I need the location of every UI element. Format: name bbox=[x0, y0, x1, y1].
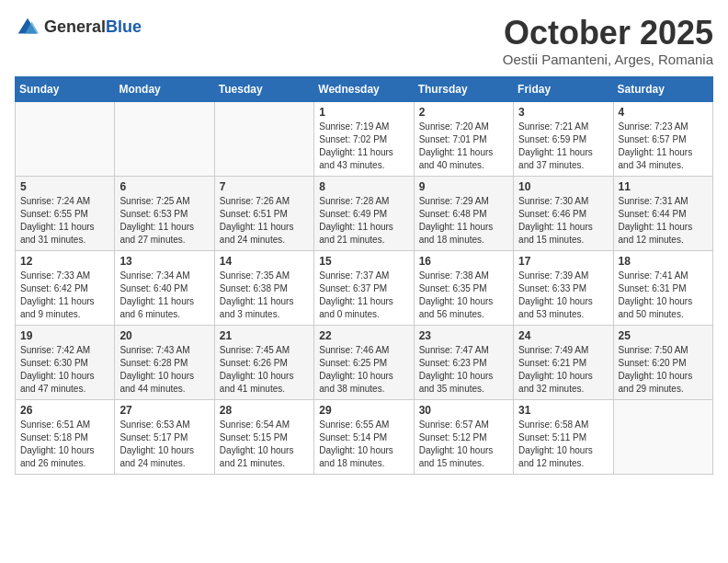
day-info: Sunrise: 7:29 AM Sunset: 6:48 PM Dayligh… bbox=[419, 195, 508, 247]
calendar-cell: 17Sunrise: 7:39 AM Sunset: 6:33 PM Dayli… bbox=[514, 250, 613, 325]
calendar-week-3: 12Sunrise: 7:33 AM Sunset: 6:42 PM Dayli… bbox=[16, 250, 713, 325]
header-friday: Friday bbox=[514, 76, 613, 101]
month-title: October 2025 bbox=[503, 15, 713, 52]
header-wednesday: Wednesday bbox=[314, 76, 414, 101]
day-info: Sunrise: 7:21 AM Sunset: 6:59 PM Dayligh… bbox=[518, 121, 608, 172]
day-info: Sunrise: 7:19 AM Sunset: 7:02 PM Dayligh… bbox=[319, 121, 408, 172]
day-number: 4 bbox=[619, 106, 708, 119]
day-number: 22 bbox=[319, 329, 408, 342]
day-number: 9 bbox=[419, 180, 508, 193]
calendar-cell: 12Sunrise: 7:33 AM Sunset: 6:42 PM Dayli… bbox=[16, 250, 115, 325]
calendar-cell: 19Sunrise: 7:42 AM Sunset: 6:30 PM Dayli… bbox=[16, 325, 115, 399]
day-info: Sunrise: 7:47 AM Sunset: 6:23 PM Dayligh… bbox=[419, 344, 508, 396]
header-monday: Monday bbox=[115, 76, 214, 101]
day-info: Sunrise: 7:46 AM Sunset: 6:25 PM Dayligh… bbox=[319, 344, 408, 396]
day-info: Sunrise: 7:20 AM Sunset: 7:01 PM Dayligh… bbox=[419, 121, 508, 172]
day-number: 25 bbox=[619, 329, 708, 342]
day-number: 5 bbox=[20, 180, 109, 193]
calendar-cell: 28Sunrise: 6:54 AM Sunset: 5:15 PM Dayli… bbox=[214, 399, 313, 474]
day-number: 14 bbox=[220, 255, 309, 268]
day-info: Sunrise: 7:43 AM Sunset: 6:28 PM Dayligh… bbox=[119, 344, 209, 396]
day-number: 19 bbox=[20, 329, 109, 342]
day-number: 30 bbox=[419, 404, 508, 417]
calendar-week-2: 5Sunrise: 7:24 AM Sunset: 6:55 PM Daylig… bbox=[16, 176, 713, 250]
day-number: 15 bbox=[319, 255, 408, 268]
day-number: 8 bbox=[319, 180, 408, 193]
day-number: 17 bbox=[518, 255, 608, 268]
header-thursday: Thursday bbox=[414, 76, 513, 101]
calendar-cell: 26Sunrise: 6:51 AM Sunset: 5:18 PM Dayli… bbox=[16, 399, 115, 474]
calendar-cell bbox=[16, 101, 115, 176]
day-info: Sunrise: 6:55 AM Sunset: 5:14 PM Dayligh… bbox=[319, 419, 408, 470]
calendar-cell: 31Sunrise: 6:58 AM Sunset: 5:11 PM Dayli… bbox=[514, 399, 613, 474]
day-info: Sunrise: 7:50 AM Sunset: 6:20 PM Dayligh… bbox=[619, 344, 708, 396]
day-number: 12 bbox=[20, 255, 109, 268]
calendar-week-4: 19Sunrise: 7:42 AM Sunset: 6:30 PM Dayli… bbox=[16, 325, 713, 399]
calendar-cell: 2Sunrise: 7:20 AM Sunset: 7:01 PM Daylig… bbox=[414, 101, 513, 176]
header-sunday: Sunday bbox=[16, 76, 115, 101]
day-info: Sunrise: 7:35 AM Sunset: 6:38 PM Dayligh… bbox=[220, 270, 309, 321]
day-info: Sunrise: 7:28 AM Sunset: 6:49 PM Dayligh… bbox=[319, 195, 408, 247]
page-header: GeneralBlue October 2025 Oestii Pamanten… bbox=[15, 15, 713, 67]
calendar-cell: 21Sunrise: 7:45 AM Sunset: 6:26 PM Dayli… bbox=[214, 325, 313, 399]
calendar-cell: 27Sunrise: 6:53 AM Sunset: 5:17 PM Dayli… bbox=[115, 399, 214, 474]
day-number: 28 bbox=[220, 404, 309, 417]
day-info: Sunrise: 7:39 AM Sunset: 6:33 PM Dayligh… bbox=[518, 270, 608, 321]
logo: GeneralBlue bbox=[15, 15, 142, 40]
calendar-cell: 3Sunrise: 7:21 AM Sunset: 6:59 PM Daylig… bbox=[514, 101, 613, 176]
day-number: 1 bbox=[319, 106, 408, 119]
calendar-cell: 30Sunrise: 6:57 AM Sunset: 5:12 PM Dayli… bbox=[414, 399, 513, 474]
logo-icon bbox=[15, 15, 40, 40]
day-number: 3 bbox=[518, 106, 608, 119]
day-info: Sunrise: 7:23 AM Sunset: 6:57 PM Dayligh… bbox=[619, 121, 708, 172]
day-info: Sunrise: 7:25 AM Sunset: 6:53 PM Dayligh… bbox=[119, 195, 209, 247]
calendar-cell: 15Sunrise: 7:37 AM Sunset: 6:37 PM Dayli… bbox=[314, 250, 414, 325]
day-number: 31 bbox=[518, 404, 608, 417]
day-info: Sunrise: 6:54 AM Sunset: 5:15 PM Dayligh… bbox=[220, 419, 309, 470]
calendar-cell: 10Sunrise: 7:30 AM Sunset: 6:46 PM Dayli… bbox=[514, 176, 613, 250]
calendar-cell: 13Sunrise: 7:34 AM Sunset: 6:40 PM Dayli… bbox=[115, 250, 214, 325]
day-number: 11 bbox=[619, 180, 708, 193]
calendar-cell: 25Sunrise: 7:50 AM Sunset: 6:20 PM Dayli… bbox=[613, 325, 712, 399]
day-info: Sunrise: 7:33 AM Sunset: 6:42 PM Dayligh… bbox=[20, 270, 109, 321]
day-info: Sunrise: 7:30 AM Sunset: 6:46 PM Dayligh… bbox=[518, 195, 608, 247]
title-area: October 2025 Oestii Pamanteni, Arges, Ro… bbox=[503, 15, 713, 67]
calendar-week-1: 1Sunrise: 7:19 AM Sunset: 7:02 PM Daylig… bbox=[16, 101, 713, 176]
day-number: 18 bbox=[619, 255, 708, 268]
day-info: Sunrise: 7:26 AM Sunset: 6:51 PM Dayligh… bbox=[220, 195, 309, 247]
calendar-cell: 22Sunrise: 7:46 AM Sunset: 6:25 PM Dayli… bbox=[314, 325, 414, 399]
calendar-cell bbox=[115, 101, 214, 176]
day-info: Sunrise: 7:31 AM Sunset: 6:44 PM Dayligh… bbox=[619, 195, 708, 247]
calendar-cell bbox=[214, 101, 313, 176]
calendar-cell: 16Sunrise: 7:38 AM Sunset: 6:35 PM Dayli… bbox=[414, 250, 513, 325]
day-info: Sunrise: 7:34 AM Sunset: 6:40 PM Dayligh… bbox=[119, 270, 209, 321]
day-number: 10 bbox=[518, 180, 608, 193]
calendar-cell: 7Sunrise: 7:26 AM Sunset: 6:51 PM Daylig… bbox=[214, 176, 313, 250]
calendar-week-5: 26Sunrise: 6:51 AM Sunset: 5:18 PM Dayli… bbox=[16, 399, 713, 474]
day-number: 16 bbox=[419, 255, 508, 268]
calendar-cell: 5Sunrise: 7:24 AM Sunset: 6:55 PM Daylig… bbox=[16, 176, 115, 250]
header-saturday: Saturday bbox=[613, 76, 712, 101]
day-number: 13 bbox=[119, 255, 209, 268]
day-number: 21 bbox=[220, 329, 309, 342]
logo-general-text: GeneralBlue bbox=[44, 18, 142, 37]
day-info: Sunrise: 7:41 AM Sunset: 6:31 PM Dayligh… bbox=[619, 270, 708, 321]
calendar-cell: 18Sunrise: 7:41 AM Sunset: 6:31 PM Dayli… bbox=[613, 250, 712, 325]
calendar-header-row: SundayMondayTuesdayWednesdayThursdayFrid… bbox=[16, 76, 713, 101]
day-number: 2 bbox=[419, 106, 508, 119]
day-info: Sunrise: 6:58 AM Sunset: 5:11 PM Dayligh… bbox=[518, 419, 608, 470]
calendar-cell: 23Sunrise: 7:47 AM Sunset: 6:23 PM Dayli… bbox=[414, 325, 513, 399]
day-number: 27 bbox=[119, 404, 209, 417]
day-info: Sunrise: 6:51 AM Sunset: 5:18 PM Dayligh… bbox=[20, 419, 109, 470]
calendar-cell: 9Sunrise: 7:29 AM Sunset: 6:48 PM Daylig… bbox=[414, 176, 513, 250]
day-info: Sunrise: 7:45 AM Sunset: 6:26 PM Dayligh… bbox=[220, 344, 309, 396]
day-info: Sunrise: 7:24 AM Sunset: 6:55 PM Dayligh… bbox=[20, 195, 109, 247]
day-info: Sunrise: 7:49 AM Sunset: 6:21 PM Dayligh… bbox=[518, 344, 608, 396]
day-info: Sunrise: 6:53 AM Sunset: 5:17 PM Dayligh… bbox=[119, 419, 209, 470]
calendar-cell: 8Sunrise: 7:28 AM Sunset: 6:49 PM Daylig… bbox=[314, 176, 414, 250]
calendar-cell: 1Sunrise: 7:19 AM Sunset: 7:02 PM Daylig… bbox=[314, 101, 414, 176]
day-info: Sunrise: 6:57 AM Sunset: 5:12 PM Dayligh… bbox=[419, 419, 508, 470]
day-number: 7 bbox=[220, 180, 309, 193]
calendar-cell: 20Sunrise: 7:43 AM Sunset: 6:28 PM Dayli… bbox=[115, 325, 214, 399]
day-number: 20 bbox=[119, 329, 209, 342]
